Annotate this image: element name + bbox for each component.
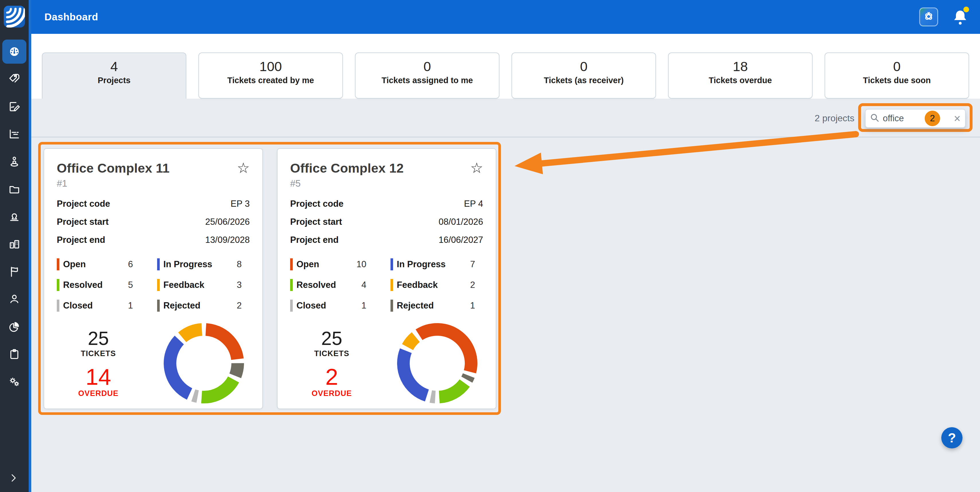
status-label: In Progress <box>164 259 212 269</box>
sidebar-item-tags[interactable] <box>2 67 26 91</box>
ticket-totals: 25 TICKETS 2 OVERDUE <box>290 329 373 398</box>
sidebar-item-bar-chart[interactable] <box>2 122 26 146</box>
status-label: Resolved <box>63 280 103 290</box>
meta-value: EP 3 <box>231 199 250 209</box>
sidebar-item-gauge[interactable] <box>2 40 26 64</box>
sidebar-item-document-edit[interactable] <box>2 95 26 119</box>
donut-segment-in-progress <box>403 351 427 395</box>
sidebar-item-user[interactable] <box>2 287 26 311</box>
stat-card-4[interactable]: 18 Tickets overdue <box>668 53 813 99</box>
sidebar-item-gears[interactable] <box>2 370 26 394</box>
status-color-bar <box>290 279 293 291</box>
donut-segment-closed <box>431 396 435 397</box>
status-legend-item: Feedback 3 <box>157 279 250 291</box>
stamp-icon <box>8 210 21 223</box>
stat-value: 0 <box>580 59 587 74</box>
status-legend-item: Resolved 5 <box>57 279 141 291</box>
star-favorite-icon[interactable]: ☆ <box>237 161 250 175</box>
gears-icon <box>8 375 21 389</box>
stat-card-0[interactable]: 4 Projects <box>42 53 186 99</box>
project-card-1[interactable]: Office Complex 11 ☆ #1 Project code EP 3… <box>44 148 263 409</box>
tickets-total-label: TICKETS <box>57 349 140 358</box>
sidebar-item-buildings[interactable] <box>2 232 26 256</box>
sidebar-item-clipboard[interactable] <box>2 342 26 366</box>
status-donut-chart <box>395 322 479 405</box>
sidebar-item-flag[interactable] <box>2 260 26 284</box>
top-bar: Dashboard <box>31 0 980 34</box>
stat-card-5[interactable]: 0 Tickets due soon <box>825 53 969 99</box>
donut-segment-open <box>206 330 237 359</box>
donut-segment-feedback <box>407 337 416 347</box>
status-count: 1 <box>470 301 483 311</box>
stat-value: 0 <box>423 59 431 74</box>
page-title: Dashboard <box>45 11 98 23</box>
stat-label: Projects <box>98 76 130 85</box>
sidebar-expand-button[interactable] <box>0 470 29 488</box>
project-id: #5 <box>290 178 483 189</box>
overdue-count: 14 <box>57 366 140 389</box>
star-favorite-icon[interactable]: ☆ <box>470 161 483 175</box>
user-icon <box>8 293 21 306</box>
meta-label: Project code <box>57 199 110 209</box>
chevron-right-icon <box>8 472 21 486</box>
stat-label: Tickets overdue <box>709 76 772 85</box>
sidebar-item-pie-chart[interactable] <box>2 315 26 339</box>
status-count: 5 <box>128 280 141 290</box>
status-label: Open <box>296 259 319 269</box>
project-meta-row: Project start 25/06/2026 <box>57 217 250 227</box>
project-meta: Project code EP 4 Project start 08/01/20… <box>290 199 483 245</box>
stat-card-2[interactable]: 0 Tickets assigned to me <box>355 53 500 99</box>
tickets-total-label: TICKETS <box>290 349 373 358</box>
meta-label: Project end <box>290 235 339 245</box>
status-color-bar <box>390 279 393 291</box>
results-count-text: 2 projects <box>786 113 854 124</box>
overdue-label: OVERDUE <box>290 389 373 398</box>
donut-segment-rejected <box>235 363 238 376</box>
sidebar-accent-strip <box>29 0 31 492</box>
search-input[interactable] <box>882 113 917 124</box>
person-location-icon <box>8 155 21 168</box>
gauge-icon <box>8 45 21 58</box>
project-search-box[interactable]: 2 × <box>865 109 966 128</box>
app-switcher-icon <box>922 10 935 24</box>
sidebar <box>0 0 29 492</box>
status-count: 7 <box>470 259 483 269</box>
overdue-label: OVERDUE <box>57 389 140 398</box>
sidebar-item-person-location[interactable] <box>2 150 26 174</box>
sidebar-item-stamp[interactable] <box>2 205 26 229</box>
stat-card-3[interactable]: 0 Tickets (as receiver) <box>512 53 656 99</box>
content-divider <box>31 137 980 137</box>
status-label: Resolved <box>296 280 336 290</box>
status-count: 6 <box>128 259 141 269</box>
app-switcher-button[interactable] <box>919 8 938 26</box>
folder-icon <box>8 183 21 196</box>
tags-icon <box>8 73 21 86</box>
project-meta-row: Project end 16/06/2027 <box>290 235 483 245</box>
status-donut-chart <box>162 322 246 405</box>
clear-search-button[interactable]: × <box>954 113 961 124</box>
status-count: 10 <box>356 259 374 269</box>
status-count: 2 <box>237 301 250 311</box>
meta-value: 08/01/2026 <box>439 217 483 227</box>
notifications-button[interactable] <box>953 9 967 25</box>
status-color-bar <box>390 258 393 271</box>
status-label: In Progress <box>397 259 446 269</box>
project-id: #1 <box>57 178 250 189</box>
status-legend-item: In Progress 8 <box>157 258 250 271</box>
help-button[interactable]: ? <box>941 427 963 448</box>
project-name: Office Complex 12 <box>290 161 404 176</box>
status-count: 1 <box>361 301 374 311</box>
status-color-bar <box>157 299 160 312</box>
project-card-2[interactable]: Office Complex 12 ☆ #5 Project code EP 4… <box>277 148 496 409</box>
status-color-bar <box>57 258 59 271</box>
status-legend-item: Rejected 1 <box>390 299 483 312</box>
stat-card-1[interactable]: 100 Tickets created by me <box>199 53 343 99</box>
project-meta-row: Project code EP 4 <box>290 199 483 209</box>
sidebar-item-folder[interactable] <box>2 177 26 201</box>
search-match-badge: 2 <box>925 111 940 126</box>
meta-label: Project start <box>57 217 109 227</box>
status-label: Rejected <box>164 301 200 311</box>
stat-value: 100 <box>259 59 282 74</box>
donut-segment-open <box>419 330 471 372</box>
status-color-bar <box>290 299 293 312</box>
